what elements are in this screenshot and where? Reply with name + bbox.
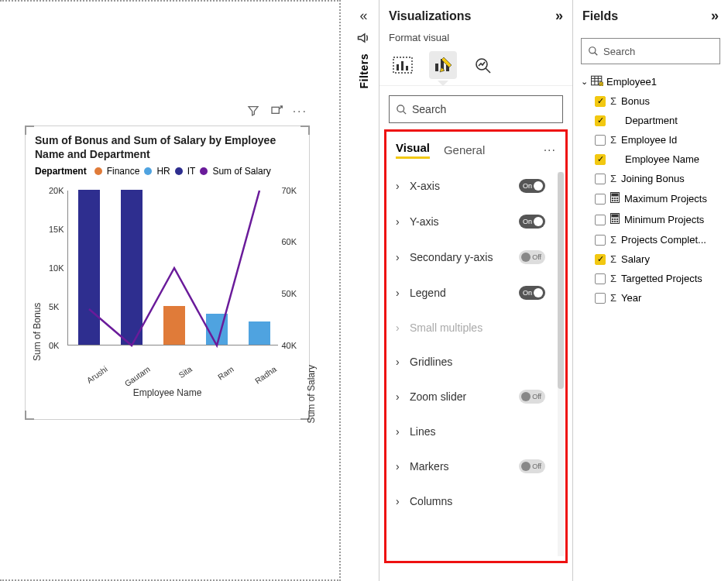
viz-subtitle: Format visual [379,32,572,51]
svg-point-9 [397,105,404,112]
checkbox-icon[interactable] [595,194,606,205]
toggle-zoom-slider[interactable]: Off [519,390,545,404]
chevron-right-icon: › [396,495,405,507]
field-employee-name[interactable]: ✓ Employee Name [581,150,720,169]
fields-title: Fields [582,9,618,23]
sigma-icon: Σ [610,95,616,107]
checkbox-checked-icon[interactable]: ✓ [595,115,606,126]
toggle-x-axis[interactable]: On [519,179,545,193]
chevron-right-icon: › [396,425,405,438]
sigma-icon: Σ [610,292,616,304]
row-y-axis[interactable]: › Y-axis On [391,204,550,239]
svg-point-19 [612,198,613,199]
row-secondary-y-axis[interactable]: › Secondary y-axis Off [391,239,550,275]
svg-point-32 [616,221,618,222]
tab-general[interactable]: General [444,143,485,156]
svg-rect-26 [612,215,618,217]
chevron-right-icon: › [396,251,405,263]
chevron-right-icon: › [396,390,405,403]
checkbox-icon[interactable] [595,215,606,225]
field-minimum-projects[interactable]: Minimum Projects [581,209,720,230]
svg-point-28 [614,218,616,220]
expand-filters-icon[interactable]: « [349,8,379,24]
svg-point-24 [616,200,618,201]
checkbox-icon[interactable] [595,174,606,184]
visualizations-panel: Visualizations » Format visual Search Vi… [379,0,573,581]
svg-point-29 [616,218,618,220]
chart-title: Sum of Bonus and Sum of Salary by Employ… [26,126,309,166]
row-columns[interactable]: › Columns [391,484,550,518]
row-zoom-slider[interactable]: › Zoom slider Off [391,379,550,414]
sigma-icon: Σ [610,253,616,265]
focus-mode-icon[interactable] [270,105,283,120]
toggle-markers[interactable]: Off [519,459,545,473]
field-bonus[interactable]: ✓ Σ Bonus [581,91,720,111]
checkbox-icon[interactable] [595,135,606,146]
search-icon [396,104,407,115]
calculator-icon [610,192,620,205]
report-canvas[interactable]: ··· Sum of Bonus and Sum of Salary by Em… [0,0,341,581]
row-legend[interactable]: › Legend On [391,275,550,311]
svg-point-27 [612,218,613,220]
svg-rect-3 [401,61,403,70]
field-projects-completed[interactable]: Σ Projects Complet... [581,230,720,249]
chevron-right-icon: › [396,180,405,192]
filter-icon[interactable] [246,105,260,120]
filters-pane-collapsed[interactable]: « Filters [349,0,379,581]
collapse-fields-icon[interactable]: » [711,8,719,24]
field-employee-id[interactable]: Σ Employee Id [581,130,720,150]
sigma-icon: Σ [610,134,616,146]
tab-visual[interactable]: Visual [396,141,430,159]
field-salary[interactable]: ✓ Σ Salary [581,249,720,269]
row-gridlines[interactable]: › Gridlines [391,345,550,379]
scrollbar-thumb[interactable] [558,172,564,389]
row-lines[interactable]: › Lines [391,414,550,449]
row-small-multiples: › Small multiples [391,311,550,345]
checkbox-checked-icon[interactable]: ✓ [595,154,606,165]
y-axis-left-label: Sum of Bonus [32,303,43,361]
toggle-legend[interactable]: On [519,286,545,300]
field-targetted-projects[interactable]: Σ Targetted Projects [581,269,720,288]
build-visual-tab[interactable] [389,51,417,79]
field-joining-bonus[interactable]: Σ Joining Bonus [581,169,720,188]
analytics-tab[interactable] [469,51,497,79]
search-icon [588,46,599,57]
table-employee1[interactable]: ⌄ Employee1 [581,72,720,91]
svg-rect-2 [397,64,399,70]
chart-visual[interactable]: ··· Sum of Bonus and Sum of Salary by Em… [25,125,310,420]
chevron-right-icon: › [396,356,405,368]
chevron-right-icon: › [396,287,405,299]
viz-title: Visualizations [389,9,471,23]
field-maximum-projects[interactable]: Maximum Projects [581,188,720,209]
tab-more-icon[interactable]: ··· [544,143,556,157]
sigma-icon: Σ [610,273,616,284]
field-department[interactable]: ✓ Department [581,111,720,130]
chart-legend: Department Finance HR IT Sum of Salary [26,166,309,183]
fields-search[interactable]: Search [581,38,720,64]
more-options-icon[interactable]: ··· [293,105,307,120]
checkbox-icon[interactable] [595,293,606,304]
checkbox-icon[interactable] [595,273,606,284]
checkbox-checked-icon[interactable]: ✓ [595,96,606,107]
format-search[interactable]: Search [389,95,563,123]
svg-rect-0 [272,107,279,113]
y-axis-right-label: Sum of Salary [306,365,317,423]
svg-rect-5 [435,64,438,71]
checkbox-checked-icon[interactable]: ✓ [595,254,606,265]
toggle-secondary-y-axis[interactable]: Off [519,250,545,264]
calculator-icon [610,213,620,226]
svg-point-22 [612,200,613,201]
svg-rect-4 [406,66,408,70]
toggle-y-axis[interactable]: On [519,215,545,229]
svg-point-16 [599,82,603,86]
collapse-viz-icon[interactable]: » [555,8,563,24]
field-year[interactable]: Σ Year [581,288,720,308]
row-x-axis[interactable]: › X-axis On [391,168,550,204]
filters-label: Filters [358,53,370,89]
format-visual-tab[interactable] [429,51,457,79]
svg-point-21 [616,198,618,199]
svg-point-31 [614,221,616,222]
row-markers[interactable]: › Markers Off [391,449,550,484]
checkbox-icon[interactable] [595,235,606,246]
svg-point-30 [612,221,613,222]
